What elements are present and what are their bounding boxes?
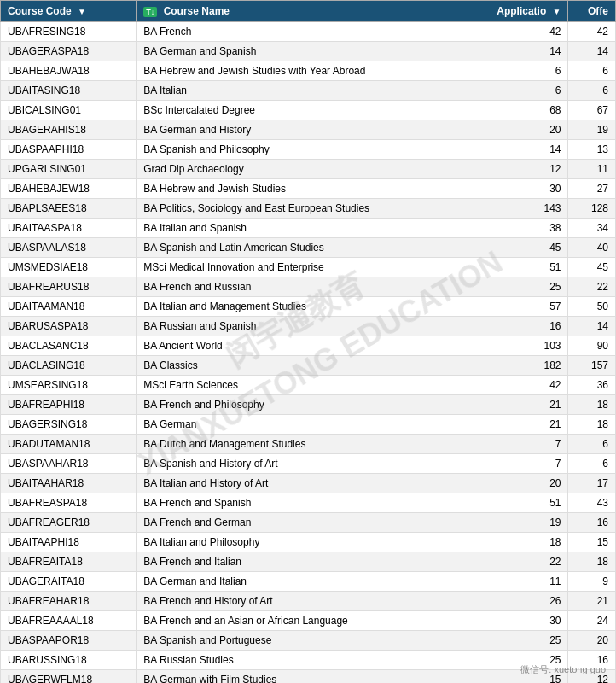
cell-name: BA Russian and Spanish [137,317,462,336]
table-row: UBAITAASPA18BA Italian and Spanish3834 [1,219,616,238]
cell-apps: 14 [462,140,568,160]
cell-apps: 30 [462,179,568,199]
cell-name: BA Spanish and History of Art [137,454,462,474]
cell-offers: 18 [568,395,616,415]
cell-apps: 21 [462,415,568,435]
cell-apps: 21 [462,395,568,415]
cell-offers: 90 [568,336,616,356]
cell-name: BA Ancient World [137,336,462,356]
cell-code: UBAITASING18 [1,81,137,101]
cell-apps: 18 [462,533,568,552]
col-offers[interactable]: Offe [568,1,616,22]
cell-code: UBASPAAPHI18 [1,140,137,160]
cell-offers: 6 [568,81,616,101]
cell-name: BA Russian Studies [137,651,462,670]
cell-apps: 20 [462,474,568,493]
col-course-code-label: Course Code [8,5,72,17]
footer-watermark: 微信号: xuetong guo [520,663,606,676]
table-body: UBAFRESING18BA French4242UBAGERASPA18BA … [1,22,616,684]
table-row: UBAFREAITA18BA French and Italian2218 [1,552,616,572]
cell-apps: 45 [462,238,568,258]
cell-code: UBASPAALAS18 [1,238,137,258]
cell-code: UBAFRESING18 [1,22,137,42]
cell-name: BA French and History of Art [137,592,462,611]
cell-offers: 6 [568,454,616,474]
col-course-code[interactable]: Course Code ▼ [1,1,137,22]
table-row: UBICALSING01BSc Intercalated Degree6867 [1,101,616,120]
cell-name: BA Italian [137,81,462,101]
table-row: UBASPAAHAR18BA Spanish and History of Ar… [1,454,616,474]
table-row: UBAFREAHAR18BA French and History of Art… [1,592,616,611]
table-row: UBAHEBAJEW18BA Hebrew and Jewish Studies… [1,179,616,199]
cell-code: UBAGERWFLM18 [1,670,137,684]
cell-offers: 6 [568,61,616,81]
table-row: UBAFREARUS18BA French and Russian2522 [1,277,616,297]
cell-code: UBAHEBAJWA18 [1,61,137,81]
cell-code: UBAGERAITA18 [1,572,137,592]
cell-name: BA Italian and Philosophy [137,533,462,552]
cell-code: UBACLASANC18 [1,336,137,356]
cell-offers: 14 [568,42,616,61]
cell-offers: 13 [568,140,616,160]
cell-apps: 19 [462,513,568,533]
cell-apps: 7 [462,454,568,474]
cell-apps: 22 [462,552,568,572]
cell-name: BA German and History [137,120,462,140]
cell-name: BA Dutch and Management Studies [137,435,462,454]
cell-name: BA Spanish and Portuguese [137,631,462,651]
table-row: UBASPAAPOR18BA Spanish and Portuguese252… [1,631,616,651]
cell-offers: 18 [568,415,616,435]
col-offers-label: Offe [588,5,608,17]
table-row: UBAHEBAJWA18BA Hebrew and Jewish Studies… [1,61,616,81]
cell-apps: 20 [462,120,568,140]
table-row: UBAPLSAEES18BA Politics, Sociology and E… [1,199,616,219]
col-course-name[interactable]: T↓ Course Name [137,1,462,22]
table-row: UBAFRESING18BA French4242 [1,22,616,42]
cell-apps: 57 [462,297,568,317]
table-row: UBAITAAPHI18BA Italian and Philosophy181… [1,533,616,552]
table-row: UPGARLSING01Grad Dip Archaeology1211 [1,160,616,179]
cell-offers: 34 [568,219,616,238]
cell-apps: 25 [462,631,568,651]
cell-offers: 24 [568,611,616,631]
cell-apps: 25 [462,277,568,297]
cell-offers: 19 [568,120,616,140]
cell-code: UBICALSING01 [1,101,137,120]
cell-code: UBAPLSAEES18 [1,199,137,219]
cell-offers: 9 [568,572,616,592]
cell-apps: 12 [462,160,568,179]
cell-apps: 68 [462,101,568,120]
cell-code: UBAFREASPA18 [1,493,137,513]
table-row: UBAFREAAAAL18BA French and an Asian or A… [1,611,616,631]
cell-name: BA German with Film Studies [137,670,462,684]
cell-name: BA German and Italian [137,572,462,592]
cell-apps: 51 [462,493,568,513]
cell-name: MSci Medical Innovation and Enterprise [137,258,462,277]
col-applications[interactable]: Applicatio ▼ [462,1,568,22]
cell-offers: 16 [568,513,616,533]
cell-apps: 14 [462,42,568,61]
cell-offers: 18 [568,552,616,572]
cell-code: UBAFREARUS18 [1,277,137,297]
cell-name: BA French and German [137,513,462,533]
table-row: UBADUTAMAN18BA Dutch and Management Stud… [1,435,616,454]
cell-name: BA Italian and Management Studies [137,297,462,317]
cell-name: BA French and Russian [137,277,462,297]
cell-offers: 11 [568,160,616,179]
cell-code: UBAITAAPHI18 [1,533,137,552]
table-row: UBASPAALAS18BA Spanish and Latin America… [1,238,616,258]
cell-code: UBAFREAGER18 [1,513,137,533]
table-header-row: Course Code ▼ T↓ Course Name Applicatio … [1,1,616,22]
cell-apps: 11 [462,572,568,592]
cell-offers: 42 [568,22,616,42]
cell-offers: 21 [568,592,616,611]
cell-code: UMSEARSING18 [1,376,137,395]
cell-offers: 43 [568,493,616,513]
footer-text: 微信号: xuetong guo [520,664,606,674]
data-table: Course Code ▼ T↓ Course Name Applicatio … [0,0,616,683]
cell-code: UPGARLSING01 [1,160,137,179]
col-course-name-label: Course Name [164,5,230,17]
table-row: UBAGERSING18BA German2118 [1,415,616,435]
table-row: UBAFREASPA18BA French and Spanish5143 [1,493,616,513]
table-row: UBACLASANC18BA Ancient World10390 [1,336,616,356]
